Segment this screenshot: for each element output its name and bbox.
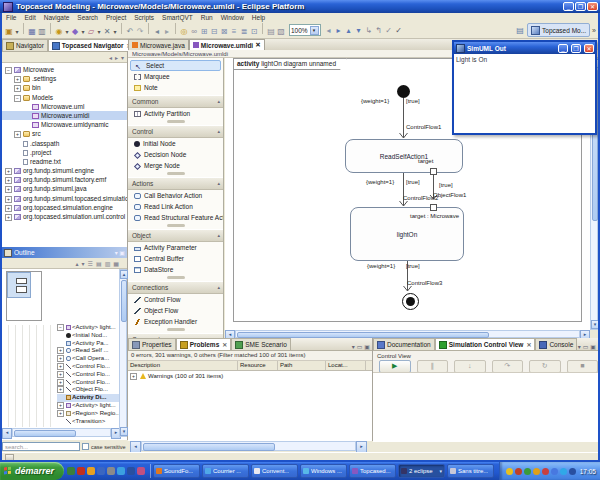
- close-icon[interactable]: ✕: [526, 341, 531, 348]
- menu-navigate[interactable]: Navigate: [44, 14, 70, 21]
- search-input[interactable]: search...: [2, 442, 80, 451]
- menu-edit[interactable]: Edit: [24, 14, 35, 21]
- expand-icon[interactable]: +: [14, 85, 21, 92]
- tree-item-org-topcased-simulation-uml-control[interactable]: +org.topcased.simulation.uml.control: [2, 212, 127, 221]
- outline-horizontal-scrollbar[interactable]: ◂ ▸: [2, 428, 121, 437]
- outline-tool-1-icon[interactable]: ▴: [76, 260, 79, 267]
- quick-launch-4-icon[interactable]: [97, 467, 105, 475]
- forward-icon[interactable]: ▸: [162, 26, 172, 37]
- collapse-all-icon[interactable]: ◂: [109, 54, 112, 61]
- perspective-button[interactable]: Topcased Mo...: [527, 23, 590, 37]
- canvas-horizontal-scrollbar[interactable]: ◂ ▸: [225, 330, 590, 338]
- minimize-view-icon[interactable]: ▭: [357, 343, 363, 350]
- expand-icon[interactable]: +: [57, 379, 64, 386]
- outline-item-activity-pa[interactable]: +<Activity Pa...: [57, 340, 121, 348]
- editor-tab-microwave-java[interactable]: Microwave.java: [128, 39, 189, 50]
- outline-item-activity-light[interactable]: −<Activity> light...: [57, 324, 121, 332]
- navigator-tab-topcased-navigator[interactable]: Topcased Navigator✕: [48, 39, 136, 51]
- outline-vertical-scrollbar[interactable]: ▴ ▾: [119, 269, 127, 437]
- expand-icon[interactable]: +: [57, 355, 64, 362]
- maximize-view-icon[interactable]: ▣: [364, 343, 370, 350]
- chevron-down-icon[interactable]: ▾: [310, 26, 319, 35]
- palette-group-control[interactable]: ▴Control: [128, 125, 223, 138]
- tree-item-project[interactable]: +.project: [2, 148, 127, 157]
- expand-icon[interactable]: +: [57, 363, 64, 370]
- filter-icon[interactable]: ▾: [578, 343, 581, 350]
- align-left-icon[interactable]: ⊞: [199, 26, 209, 37]
- case-sensitive-checkbox[interactable]: [82, 443, 89, 450]
- quick-launch-8-icon[interactable]: [137, 467, 145, 475]
- palette-group-actions[interactable]: ▴Actions: [128, 177, 223, 190]
- simulation-tab-documentation[interactable]: Documentation: [373, 338, 435, 350]
- menu-help[interactable]: Help: [252, 14, 265, 21]
- scroll-down-icon[interactable]: ▾: [120, 427, 128, 436]
- tray-5-icon[interactable]: [542, 468, 549, 475]
- zoom-out-icon[interactable]: ▧: [276, 26, 286, 37]
- cut-icon[interactable]: ✕: [102, 26, 112, 37]
- menu-project[interactable]: Project: [106, 14, 126, 21]
- palette-tool-marquee[interactable]: Marquee: [128, 71, 223, 82]
- quick-launch-5-icon[interactable]: [107, 467, 115, 475]
- outline-item-transition[interactable]: +<Transition>: [57, 418, 121, 426]
- task-sans-titre[interactable]: Sans titre...: [447, 464, 494, 478]
- quick-launch-3-icon[interactable]: [87, 467, 95, 475]
- tray-1-icon[interactable]: [506, 468, 513, 475]
- palette-item-initial-node[interactable]: Initial Node: [128, 138, 223, 149]
- palette-item-read-structural-feature-action[interactable]: Read Structural Feature Action: [128, 212, 223, 223]
- expand-icon[interactable]: +: [57, 386, 64, 393]
- cut-dropdown-icon[interactable]: ▾: [112, 27, 118, 38]
- run-validation-icon[interactable]: ◎: [179, 26, 189, 37]
- arrange-right-icon[interactable]: ▸: [334, 25, 344, 36]
- outline-tool-2-icon[interactable]: ▾: [82, 260, 85, 267]
- menu-file[interactable]: File: [6, 14, 16, 21]
- check-style-icon[interactable]: ✓: [384, 25, 394, 36]
- column-path[interactable]: Path: [278, 361, 326, 370]
- expand-icon[interactable]: +: [5, 196, 12, 203]
- palette-item-read-link-action[interactable]: Read Link Action: [128, 201, 223, 212]
- tree-item-org-fundp-simuml-factory-emf[interactable]: +org.fundp.simuml.factory.emf: [2, 175, 127, 184]
- outline-item-initial-nod[interactable]: +<Initial Nod...: [57, 332, 121, 340]
- outline-item-call-opera[interactable]: +<Call Opera...: [57, 355, 121, 363]
- menu-smartqvt[interactable]: SmartQVT: [162, 14, 193, 21]
- palette-tool-note[interactable]: Note: [128, 82, 223, 93]
- outline-item-region-regio[interactable]: +<Region> Regio...: [57, 410, 121, 418]
- expand-icon[interactable]: +: [5, 205, 12, 212]
- problems-row-warnings-100-of-301-items[interactable]: +Warnings (100 of 301 items): [128, 371, 372, 381]
- simuml-restore-button[interactable]: ❐: [571, 44, 581, 53]
- outline-item-read-self[interactable]: +<Read Self ...: [57, 347, 121, 355]
- canvas-scroll-track[interactable]: [235, 330, 580, 338]
- outline-window-buttons[interactable]: ▾ ▣: [115, 249, 127, 256]
- thumbnail-viewport[interactable]: [7, 272, 31, 298]
- expand-icon[interactable]: +: [14, 131, 21, 138]
- close-icon[interactable]: ✕: [255, 41, 260, 49]
- menu-run[interactable]: Run: [201, 14, 213, 21]
- problems-tab-sme-scenario[interactable]: SME Scenario: [231, 338, 291, 350]
- outline-tool-3-icon[interactable]: ☰: [88, 260, 93, 267]
- arrange-up-icon[interactable]: ▴: [344, 25, 354, 36]
- align-right-icon[interactable]: ⊠: [219, 26, 229, 37]
- restore-button[interactable]: ❐: [575, 2, 586, 11]
- tree-item-microwave-uml[interactable]: +Microwave.uml: [2, 102, 127, 111]
- palette-item-decision-node[interactable]: Decision Node: [128, 149, 223, 160]
- action-readselfaction1[interactable]: ReadSelfAction1: [345, 139, 463, 173]
- problems-tab-properties[interactable]: Properties: [128, 338, 176, 350]
- quick-launch-6-icon[interactable]: [117, 467, 125, 475]
- column-locat[interactable]: Locat...: [326, 361, 366, 370]
- external-tools-icon[interactable]: ◉: [54, 26, 64, 37]
- collapse-icon[interactable]: −: [14, 95, 21, 102]
- expand-icon[interactable]: +: [57, 402, 64, 409]
- simulation-tab-simulation-control-view[interactable]: Simulation Control View✕: [435, 338, 536, 350]
- task-courrier[interactable]: Courrier ...: [202, 464, 249, 478]
- column-description[interactable]: Description: [128, 361, 238, 370]
- quick-launch-7-icon[interactable]: [127, 467, 135, 475]
- tree-item-settings[interactable]: +.settings: [2, 74, 127, 83]
- view-menu-icon[interactable]: ▾: [121, 54, 124, 61]
- menu-window[interactable]: Window: [221, 14, 244, 21]
- zoom-combo[interactable]: 100% ▾: [289, 24, 321, 36]
- pin-target-out[interactable]: [430, 168, 437, 175]
- tray-8-icon[interactable]: [569, 468, 576, 475]
- close-icon[interactable]: ✕: [222, 341, 227, 348]
- filter-icon[interactable]: ▾: [352, 343, 355, 350]
- tree-item-org-topcased-simulation-engine[interactable]: +org.topcased.simulation.engine: [2, 203, 127, 212]
- palette-item-central-buffer[interactable]: Central Buffer: [128, 253, 223, 264]
